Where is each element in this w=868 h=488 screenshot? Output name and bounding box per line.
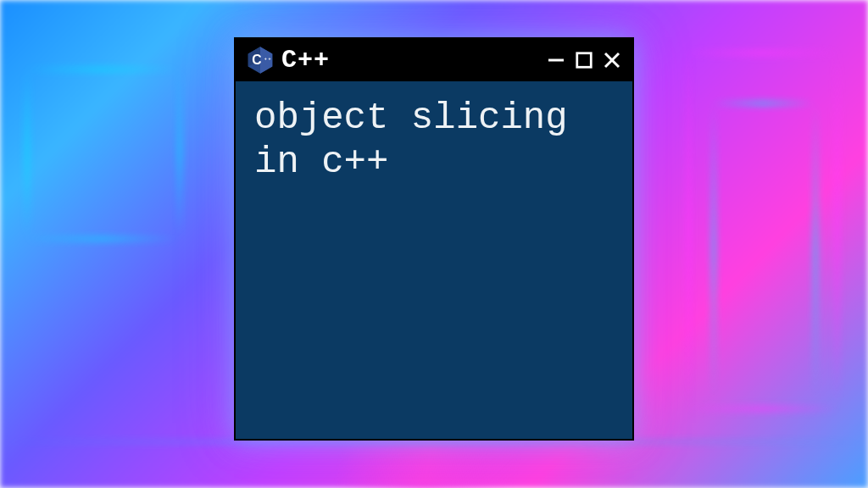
terminal-window: C + + C++ obj [234,37,634,441]
svg-text:+: + [269,56,271,61]
svg-text:+: + [264,56,267,61]
terminal-content: object slicing in c++ [236,81,632,200]
svg-text:C: C [252,53,261,67]
window-titlebar[interactable]: C + + C++ [236,39,632,81]
maximize-button[interactable] [575,51,593,69]
window-controls [546,50,622,70]
cpp-logo-icon: C + + [246,46,275,75]
window-title: C++ [281,46,539,75]
svg-rect-7 [577,53,592,68]
minimize-button[interactable] [546,50,566,70]
close-button[interactable] [602,50,622,70]
